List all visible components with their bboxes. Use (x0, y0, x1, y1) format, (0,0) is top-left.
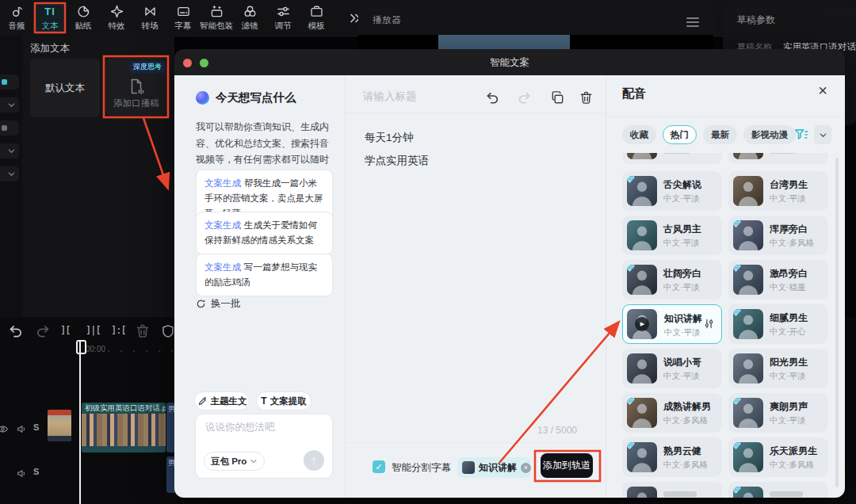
voice-item[interactable]: 爽朗男声中文·平淡 (728, 393, 828, 433)
voice-avatar (733, 153, 763, 159)
track2-mute-icon[interactable] (16, 468, 28, 479)
model-selector[interactable]: 豆包 Pro (204, 452, 265, 471)
delete-icon[interactable] (579, 90, 594, 105)
sidebar-collapsed-item[interactable] (0, 97, 19, 113)
clipped-text (770, 153, 797, 154)
audio-icon (10, 4, 25, 19)
voice-item-partial[interactable] (622, 153, 722, 164)
play-icon[interactable]: ▶ (635, 317, 649, 331)
voice-item[interactable]: 成熟讲解男中文·多风格 (622, 393, 722, 433)
vip-diamond-icon (627, 176, 635, 184)
voice-tab-收藏[interactable]: 收藏 (622, 125, 656, 144)
voice-tab-热门[interactable]: 热门 (663, 125, 697, 144)
voice-item[interactable]: 细腻男生中文·开心 (728, 304, 828, 344)
selected-voice-tag[interactable]: 知识讲解 × (457, 457, 530, 478)
voice-item-partial[interactable] (622, 482, 722, 498)
default-text-label: 默认文本 (45, 82, 85, 95)
voice-item[interactable]: 浑厚旁白中文·多风格 (728, 216, 828, 255)
toolbar-tab-filter[interactable]: 滤镜 (233, 2, 266, 34)
playhead[interactable] (79, 341, 81, 504)
sidebar-collapsed-item[interactable] (0, 120, 19, 136)
toolbar-tab-transition[interactable]: 转场 (133, 2, 166, 34)
default-text-card[interactable]: 默认文本 (30, 59, 100, 117)
video-clip[interactable]: 初级实用英语口语对话.pn (82, 403, 166, 452)
player-menu-icon[interactable] (686, 17, 699, 27)
voice-item[interactable]: 舌尖解说中文·平淡 (622, 171, 722, 211)
speech-doc-icon (127, 77, 146, 96)
voice-item[interactable]: 说唱小哥中文·平淡 (622, 349, 722, 388)
voice-item[interactable]: 阳光男生中文·平淡 (728, 349, 828, 388)
suggestion-card[interactable]: 文案生成写一篇梦想与现实的励志鸡汤 (196, 254, 333, 296)
mask-icon[interactable] (160, 323, 176, 339)
suggestion-tag: 文案生成 (204, 178, 241, 188)
voice-item[interactable]: ▶知识讲解中文·平淡 (622, 304, 722, 344)
toolbar-tab-smartpack[interactable]: 智能包装 (200, 2, 233, 34)
send-button[interactable]: ↑ (304, 450, 324, 471)
filter-dropdown-button[interactable] (814, 125, 831, 144)
track-solo-button[interactable]: S (33, 422, 39, 432)
voice-tab-影视动漫[interactable]: 影视动漫 (743, 125, 796, 144)
track-visibility-icon[interactable] (0, 423, 9, 435)
undo-icon[interactable] (485, 90, 500, 105)
toolbar-tab-sticker[interactable]: 贴纸 (67, 2, 100, 34)
split-right-icon[interactable]: ]:[ (111, 325, 126, 336)
voice-avatar (733, 220, 763, 250)
script-editor-panel: 每天1分钟学点实用英语 13 / 5000 ✓ 智能分割字幕 知识讲解 × 添加… (346, 75, 606, 498)
voice-item[interactable]: 台湾男生中文·平淡 (728, 171, 828, 211)
smartpack-icon (209, 4, 224, 19)
add-to-track-button[interactable]: 添加到轨道 (541, 453, 593, 478)
smart-split-checkbox[interactable]: ✓ (373, 460, 385, 473)
modal-body: 今天想写点什么 我可以帮助你查询知识、生成内容、优化和总结文案、搜索抖音视频等，… (174, 75, 845, 498)
vip-diamond-icon (733, 220, 741, 228)
voice-name: 熟男云健 (663, 445, 701, 458)
voice-item-partial[interactable] (728, 153, 828, 164)
filter-icon[interactable] (793, 127, 809, 143)
close-icon[interactable]: × (818, 82, 827, 100)
chevron-down-icon (819, 131, 827, 139)
scrollbar[interactable] (835, 158, 839, 487)
toolbar-tab-adjust[interactable]: 调节 (266, 2, 300, 34)
copy-icon[interactable] (550, 90, 565, 105)
voice-avatar (627, 353, 657, 384)
refresh-suggestions-button[interactable]: 换一批 (196, 297, 241, 311)
clip-filmstrip (82, 414, 166, 446)
toolbar-tab-caption[interactable]: 字幕 (166, 2, 200, 34)
suggestion-card[interactable]: 文案生成生成关于爱情如何保持新鲜感的情感关系文案 (196, 212, 333, 254)
thumbnail-clip[interactable] (48, 410, 71, 441)
split-icon[interactable]: ][ (60, 325, 70, 336)
voice-settings-icon[interactable] (703, 318, 715, 330)
voice-item[interactable]: 激昂旁白中文·稳重 (728, 260, 828, 300)
vip-diamond-icon (733, 487, 741, 494)
refresh-icon (196, 299, 206, 309)
voice-style: 中文·多风格 (770, 238, 814, 249)
topic-generate-button[interactable]: 主题生文 (194, 391, 250, 410)
toolbar-tab-text[interactable]: TI文本 (33, 2, 67, 34)
toolbar-tab-effects[interactable]: 特效 (100, 2, 133, 34)
track-mute-icon[interactable] (16, 423, 28, 435)
sidebar-collapsed-item[interactable] (0, 74, 19, 90)
toolbar-tab-template[interactable]: 模板 (300, 2, 333, 34)
playhead-handle[interactable] (76, 340, 86, 354)
toolbar-tab-audio[interactable]: 音频 (0, 2, 33, 34)
voice-avatar (627, 442, 657, 472)
sidebar-collapsed-item[interactable] (0, 166, 19, 181)
copy-extract-button[interactable]: T 文案提取 (256, 391, 311, 410)
voice-item-partial[interactable] (728, 482, 828, 498)
voice-item[interactable]: 乐天派男生中文·多风格 (728, 437, 828, 477)
add-speech-script-card[interactable]: 深度思考 添加口播稿 (105, 58, 167, 116)
script-text[interactable]: 每天1分钟学点实用英语 (365, 131, 429, 177)
track2-solo-button[interactable]: S (33, 467, 39, 476)
sidebar-collapsed-item[interactable] (0, 143, 19, 158)
voice-style: 中文·平淡 (770, 193, 806, 204)
idea-input[interactable] (204, 421, 326, 433)
pen-icon (197, 396, 208, 407)
voice-tab-最新[interactable]: 最新 (703, 125, 737, 144)
voice-item[interactable]: 古风男主中文·平淡 (622, 216, 722, 255)
undo-icon[interactable] (8, 323, 24, 339)
split-left-icon[interactable]: ]|[ (86, 325, 101, 336)
item-icon-fragment (2, 79, 7, 85)
remove-voice-icon[interactable]: × (521, 463, 531, 473)
voice-item[interactable]: 壮阔旁白中文·平淡 (622, 260, 722, 300)
voice-item[interactable]: 熟男云健中文·多风格 (622, 437, 722, 477)
script-title-input[interactable] (361, 90, 483, 103)
